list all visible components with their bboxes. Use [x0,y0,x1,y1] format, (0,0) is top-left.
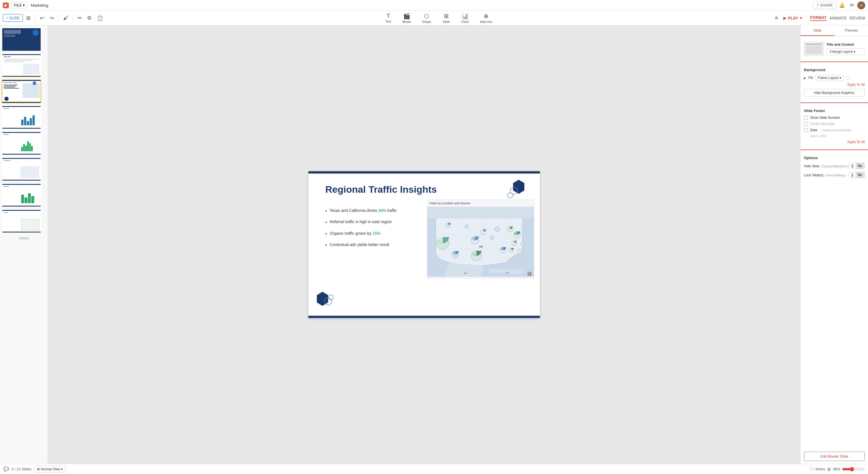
date-label: Date [810,128,817,132]
slide-thumbnail-2[interactable]: Slide Title [2,54,41,77]
slideshow-icon[interactable]: ⊡ [827,467,831,471]
lock-slide-toggle[interactable]: || No [849,172,865,178]
bullet-item-1: • Texas and California drives 30% traffi… [325,208,397,214]
background-section: Background ▶ Fill Follow Layout ▾ Apply … [801,64,868,100]
hide-slide-label-group: Hide Slide ( During Slideshow ) [804,164,848,168]
svg-text:MX: MX [464,272,467,274]
hex-decoration-top [500,178,526,205]
hide-slide-toggle[interactable]: || No [849,163,865,169]
toggle-slide-panel-button[interactable]: ⊞ [24,14,33,22]
main-content: 1 2 Slide Title [0,25,868,464]
lock-slide-toggle-pause[interactable]: || [849,172,855,178]
tab-review[interactable]: REVIEW [850,16,865,20]
slide-thumbnail-4[interactable]: Data Slide [2,105,41,129]
layout-content-area [805,46,822,55]
play-button[interactable]: ▶ PLAY ▾ [783,16,802,20]
bottom-bar: 💬 3 / 13 Slides ⊞ Normal View ▾ 📄 Notes … [0,464,868,474]
tab-themes[interactable]: Themes [834,25,868,36]
hide-slide-label: Hide Slide [804,164,819,168]
zoom-slider[interactable] [842,467,865,471]
lock-slide-row: Lock Slide(s) ( From Editing ) || No [804,172,865,178]
svg-point-20 [495,227,500,231]
update-automatically-label[interactable]: Update Automatically [822,128,851,132]
edit-master-slide-button[interactable]: Edit Master Slide [804,452,865,461]
apply-to-all-button[interactable]: Apply To All [804,83,865,87]
show-slide-number-row: Show Slide Number [804,116,865,120]
slide-thumbnail-8[interactable]: Growth [2,209,41,233]
add-slide-button[interactable]: + SLIDE [3,14,23,22]
lock-slide-label-group: Lock Slide(s) ( From Editing ) [804,173,846,177]
bullet-item-3: • Organic traffic grown by 15% [325,231,397,237]
tab-animate[interactable]: ANIMATE [830,16,847,20]
share-button[interactable]: ⤴ SHARE [813,2,836,9]
separator [73,14,73,22]
separator [58,14,59,22]
media-tool[interactable]: 🎬 Media [400,11,414,25]
paste-button[interactable]: 📋 [95,14,105,22]
section-divider-2 [801,102,868,103]
avatar[interactable]: U [857,1,865,9]
undo-button[interactable]: ↩ [37,14,46,22]
document-title[interactable]: Marketing [31,3,48,8]
slide-thumbnail-7[interactable]: Summary [2,183,41,207]
svg-text:ℹ: ℹ [529,273,530,276]
redo-button[interactable]: ↪ [48,14,56,22]
slide-thumbnail-6[interactable]: Performance [2,158,41,181]
slide-canvas[interactable]: Regional Traffic Insights • Texas and Ca… [308,171,540,318]
slide-top-decoration [308,171,540,173]
svg-marker-30 [508,193,513,198]
bullet-item-2: • Referral traffic is high in east regio… [325,219,397,226]
settings-button[interactable]: ⚙ [773,15,780,21]
normal-view-button[interactable]: ⊞ Normal View ▾ [34,466,66,473]
canvas-area: Regional Traffic Insights • Texas and Ca… [48,25,800,464]
zoom-value: 98% [833,467,840,471]
show-slide-number-checkbox[interactable] [804,116,808,120]
shape-tool[interactable]: ⬡ Shape [419,11,434,25]
top-bar: ▶ FILE ▾ Marketing ⤴ SHARE 🔔 ✉ U [0,0,868,11]
addons-tool[interactable]: ⊕ Add-Ons [477,11,495,25]
format-paint-button[interactable]: 🖌 [61,14,70,22]
slide-thumbnail-5[interactable]: Analytics [2,132,41,155]
svg-point-19 [490,236,494,240]
layout-preview-thumbnail [804,42,824,56]
layout-preview-row: Title and Content Change Layout ▾ [804,42,865,56]
section-divider-1 [801,62,868,62]
copy-button[interactable]: ⧉ [85,14,93,22]
slide-thumbnail-3[interactable]: Regional Traffic Insights [2,79,41,103]
tab-slide[interactable]: Slide [801,25,834,36]
svg-text:US: US [479,245,483,248]
footer-apply-all[interactable]: Apply To All [804,140,865,144]
fill-expand-arrow[interactable]: ▶ [804,76,806,79]
hide-slide-toggle-pause[interactable]: || [849,163,855,169]
layout-area-left [805,46,822,55]
slide-thumbnail-1[interactable] [2,28,41,52]
svg-rect-1 [428,207,534,218]
slide-title[interactable]: Regional Traffic Insights [325,184,437,195]
show-slide-number-label: Show Slide Number [810,116,840,120]
hide-slide-toggle-no[interactable]: No [856,163,864,169]
hide-slide-sub: ( During Slideshow ) [820,165,848,168]
change-layout-button[interactable]: Change Layout ▾ [827,48,865,55]
file-menu-button[interactable]: FILE ▾ [11,2,27,8]
fill-select[interactable]: Follow Layout ▾ [815,75,844,81]
fill-color-circle[interactable] [846,76,850,80]
notifications-icon[interactable]: 🔔 [838,1,846,9]
tab-format[interactable]: FORMAT [810,15,827,21]
map-svg: US MX CU ℹ [427,207,534,277]
chat-icon[interactable]: 💬 [3,466,9,472]
svg-marker-28 [513,180,524,194]
chart-tool[interactable]: 📊 Chart [458,11,471,25]
toolbar-tools: T Text 🎬 Media ⬡ Shape ⊞ Table 📊 Chart ⊕… [106,11,771,25]
cut-button[interactable]: ✂ [75,14,84,22]
date-checkbox[interactable] [804,128,808,132]
notes-button[interactable]: 📄 Notes [810,467,825,471]
slide-item-8: 8 Growth [2,209,46,233]
section-divider-3 [801,149,868,150]
hide-background-button[interactable]: Hide Background Graphics [804,89,865,97]
table-tool[interactable]: ⊞ Table [440,11,453,25]
slide-item-4: 4 Data Slide [2,105,46,129]
mail-icon[interactable]: ✉ [848,1,856,9]
footer-message-checkbox[interactable] [804,122,808,126]
text-tool[interactable]: T Text [382,11,394,24]
lock-slide-toggle-no[interactable]: No [856,172,864,178]
